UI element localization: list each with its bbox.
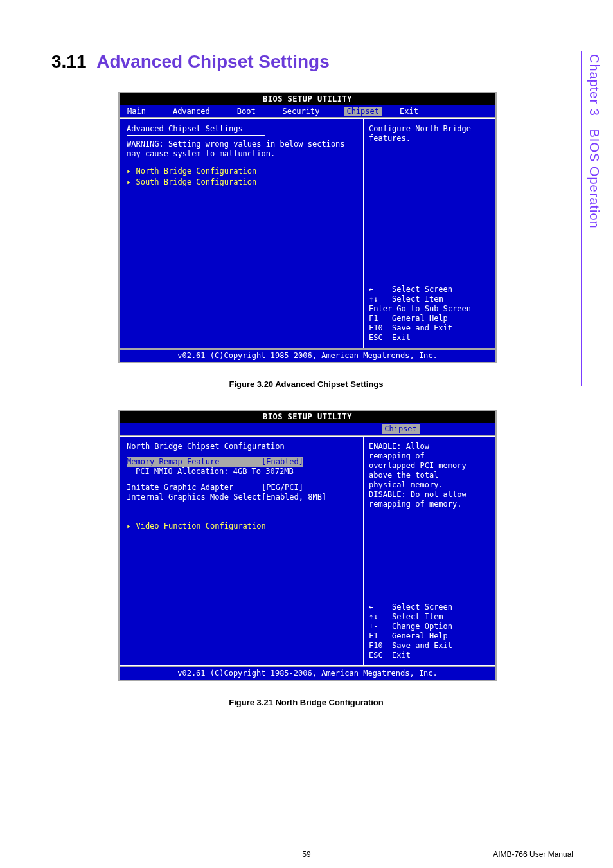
tab-chipset[interactable]: Chipset [382, 424, 420, 434]
bios-title: BIOS SETUP UTILITY [120, 411, 495, 423]
bios-footer: v02.61 (C)Copyright 1985-2006, American … [120, 666, 495, 680]
bios-left-panel: Advanced Chipset Settings WARNING: Setti… [120, 118, 364, 348]
page-number: 59 [302, 850, 310, 859]
section-title: Advanced Chipset Settings [96, 51, 330, 71]
label-memory-remap: Memory Remap Feature [127, 457, 262, 467]
menu-video-function[interactable]: ▸ Video Function Configuration [127, 521, 357, 531]
divider [127, 135, 265, 136]
label-graphic-adapter: Initate Graphic Adapter [127, 483, 262, 493]
help-l1: ENABLE: Allow [369, 442, 490, 451]
key-esc: ESC Exit [369, 651, 490, 660]
value-internal-graphics: [Enabled, 8MB] [262, 493, 326, 502]
key-esc: ESC Exit [369, 333, 490, 343]
key-enter: Enter Go to Sub Screen [369, 304, 490, 314]
warning-line1: WARNING: Setting wrong values in below s… [127, 140, 357, 149]
bios-right-panel: ENABLE: Allow remapping of overlapped PC… [364, 436, 495, 666]
doc-title: AIMB-766 User Manual [493, 850, 573, 859]
help-l4: above the total [369, 471, 490, 480]
key-f10: F10 Save and Exit [369, 641, 490, 651]
bios-screenshot-1: BIOS SETUP UTILITY Main Advanced Boot Se… [118, 92, 497, 363]
figure-caption-1: Figure 3.20 Advanced Chipset Settings [118, 379, 494, 389]
key-select-item: ↑↓ Select Item [369, 294, 490, 304]
label-internal-graphics: Internal Graphics Mode Select [127, 493, 262, 502]
help-l3: overlapped PCI memory [369, 461, 490, 471]
value-memory-remap: [Enabled] [262, 457, 303, 467]
tab-exit[interactable]: Exit [397, 107, 427, 116]
section-heading: 3.11 Advanced Chipset Settings [51, 51, 330, 72]
divider [127, 453, 265, 453]
bios-right-panel: Configure North Bridge features. ← Selec… [364, 118, 495, 348]
panel-heading: Advanced Chipset Settings [127, 124, 357, 134]
help-l5: physical memory. [369, 480, 490, 490]
row-pci-mmio: PCI MMIO Allocation: 4GB To 3072MB [127, 467, 357, 476]
key-f10: F10 Save and Exit [369, 323, 490, 333]
key-select-item: ↑↓ Select Item [369, 612, 490, 622]
figure-caption-2: Figure 3.21 North Bridge Configuration [118, 698, 494, 707]
key-select-screen: ← Select Screen [369, 285, 490, 294]
bios-body: North Bridge Chipset Configuration Memor… [120, 435, 495, 666]
key-select-screen: ← Select Screen [369, 602, 490, 612]
chapter-title: BIOS Operation [587, 129, 601, 229]
menu-south-bridge[interactable]: ▸ South Bridge Configuration [127, 177, 357, 187]
row-memory-remap[interactable]: Memory Remap Feature [Enabled] [127, 457, 357, 467]
key-change-option: +- Change Option [369, 622, 490, 631]
key-legend: ← Select Screen ↑↓ Select Item +- Change… [369, 602, 490, 660]
tab-boot[interactable]: Boot [235, 107, 265, 116]
key-legend: ← Select Screen ↑↓ Select Item Enter Go … [369, 285, 490, 343]
tab-security[interactable]: Security [280, 107, 329, 116]
tab-chipset[interactable]: Chipset [344, 107, 382, 116]
bios-screenshot-2: BIOS SETUP UTILITY Chipset North Bridge … [118, 410, 497, 681]
key-f1: F1 General Help [369, 314, 490, 323]
value-graphic-adapter: [PEG/PCI] [262, 483, 303, 493]
menu-north-bridge[interactable]: ▸ North Bridge Configuration [127, 167, 357, 176]
bios-tab-bar: Main Advanced Boot Security Chipset Exit [120, 105, 495, 117]
bios-body: Advanced Chipset Settings WARNING: Setti… [120, 117, 495, 348]
bios-footer: v02.61 (C)Copyright 1985-2006, American … [120, 348, 495, 362]
warning-line2: may cause system to malfunction. [127, 149, 357, 159]
panel-heading: North Bridge Chipset Configuration [127, 442, 357, 451]
help-l8: remapping of memory. [369, 500, 490, 509]
help-l2: remapping of [369, 451, 490, 461]
section-number: 3.11 [51, 51, 87, 71]
chapter-number: Chapter 3 [587, 54, 601, 116]
chapter-tab: Chapter 3 BIOS Operation [581, 51, 605, 386]
help-text: Configure North Bridge features. [369, 124, 490, 143]
bios-title: BIOS SETUP UTILITY [120, 93, 495, 105]
bios-tab-bar: Chipset [120, 423, 495, 435]
row-graphic-adapter[interactable]: Initate Graphic Adapter [PEG/PCI] [127, 483, 357, 493]
chapter-tab-text: Chapter 3 BIOS Operation [587, 51, 601, 229]
help-l7: DISABLE: Do not allow [369, 490, 490, 500]
bios-left-panel: North Bridge Chipset Configuration Memor… [120, 436, 364, 666]
tab-advanced[interactable]: Advanced [170, 107, 219, 116]
help-text: ENABLE: Allow remapping of overlapped PC… [369, 442, 490, 509]
row-internal-graphics[interactable]: Internal Graphics Mode Select [Enabled, … [127, 493, 357, 502]
tab-main[interactable]: Main [125, 107, 155, 116]
key-f1: F1 General Help [369, 631, 490, 641]
